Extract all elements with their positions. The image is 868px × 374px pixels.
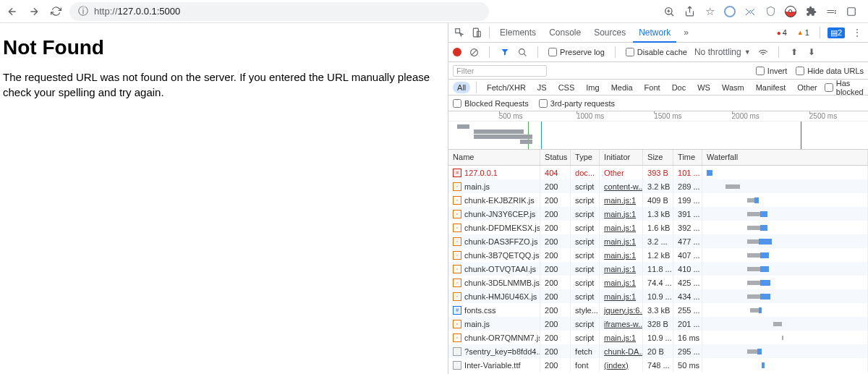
third-party-checkbox[interactable]: 3rd-party requests	[539, 99, 615, 108]
request-time: 255 ...	[673, 303, 702, 317]
reload-button[interactable]	[48, 4, 64, 20]
network-row[interactable]: ◦chunk-DAS3FFZO.js200scriptmain.js:13.2 …	[448, 234, 868, 248]
file-type-icon: ◦	[453, 196, 461, 205]
request-initiator[interactable]: content-w...	[604, 182, 643, 191]
export-har-icon[interactable]: ⬇	[807, 47, 817, 57]
network-row[interactable]: ◦chunk-OTVQTAAI.js200scriptmain.js:111.8…	[448, 262, 868, 276]
request-size: 1.2 kB	[643, 248, 673, 262]
request-initiator[interactable]: main.js:1	[604, 292, 636, 301]
request-initiator[interactable]: main.js:1	[604, 196, 636, 205]
share-icon[interactable]	[683, 5, 696, 18]
extension-4-icon[interactable]	[784, 5, 797, 18]
bookmark-icon[interactable]: ☆	[703, 5, 716, 18]
address-bar[interactable]: ⓘ http://127.0.0.1:5000	[69, 2, 489, 21]
type-filter-js[interactable]: JS	[533, 82, 551, 93]
timeline-overview[interactable]: 500 ms1000 ms1500 ms2000 ms2500 ms	[448, 111, 868, 150]
extensions-menu-icon[interactable]	[804, 5, 817, 18]
back-button[interactable]	[4, 4, 20, 20]
column-initiator[interactable]: Initiator	[600, 150, 643, 165]
network-conditions-icon[interactable]	[758, 47, 768, 57]
request-initiator[interactable]: main.js:1	[604, 210, 636, 218]
network-row[interactable]: ◦chunk-OR7QMNM7.js200scriptmain.js:110.9…	[448, 331, 868, 344]
record-button[interactable]	[453, 48, 461, 56]
devtools-settings-icon[interactable]: ⋮	[849, 25, 865, 41]
tab-elements[interactable]: Elements	[494, 23, 542, 42]
throttling-select[interactable]: No throttling ▼	[694, 47, 751, 57]
column-waterfall[interactable]: Waterfall	[702, 150, 868, 165]
column-type[interactable]: Type	[571, 150, 600, 165]
column-time[interactable]: Time	[673, 150, 702, 165]
network-row[interactable]: ◦chunk-3B7QETQQ.js200scriptmain.js:11.2 …	[448, 248, 868, 262]
forward-button[interactable]	[26, 4, 42, 20]
tab-console[interactable]: Console	[543, 23, 587, 42]
device-toggle-icon[interactable]	[469, 25, 485, 41]
search-icon[interactable]	[517, 48, 527, 57]
type-filter-fetchxhr[interactable]: Fetch/XHR	[482, 82, 530, 93]
type-filter-wasm[interactable]: Wasm	[718, 82, 749, 93]
network-row[interactable]: ◦main.js200scriptiframes-w...328 B201 ..…	[448, 317, 868, 331]
tab-network[interactable]: Network	[633, 23, 676, 43]
request-initiator[interactable]: main.js:1	[604, 237, 636, 246]
network-row[interactable]: ◦chunk-HMJ6U46X.js200scriptmain.js:110.9…	[448, 289, 868, 303]
request-initiator[interactable]: main.js:1	[604, 333, 636, 342]
request-initiator[interactable]: (index)	[604, 361, 629, 370]
type-filter-img[interactable]: Img	[582, 82, 603, 93]
filter-toggle-icon[interactable]	[500, 48, 510, 56]
request-waterfall	[702, 207, 868, 221]
extension-1-icon[interactable]	[723, 5, 736, 18]
tabs-overflow[interactable]: »	[678, 23, 694, 42]
type-filter-other[interactable]: Other	[793, 82, 822, 93]
type-filter-css[interactable]: CSS	[554, 82, 579, 93]
request-initiator[interactable]: iframes-w...	[604, 320, 643, 328]
network-row[interactable]: ◦chunk-EKJBZRIK.js200scriptmain.js:1409 …	[448, 193, 868, 207]
request-initiator[interactable]: main.js:1	[604, 279, 636, 287]
filter-input[interactable]: Filter	[453, 65, 547, 77]
type-filter-all[interactable]: All	[453, 82, 470, 93]
reading-list-icon[interactable]: ≕	[825, 5, 838, 18]
error-count-badge[interactable]: 4	[774, 27, 790, 38]
has-blocked-checkbox[interactable]: Has blocked	[825, 79, 864, 96]
message-count-badge[interactable]: ▤ 2	[827, 27, 845, 38]
network-row[interactable]: ≡127.0.0.1404doc...Other393 B101 ...	[448, 166, 868, 179]
request-initiator[interactable]: chunk-DA...	[604, 347, 643, 356]
extension-3-icon[interactable]	[764, 5, 777, 18]
request-initiator[interactable]: jquery.js:6...	[604, 306, 643, 315]
hide-data-urls-checkbox[interactable]: Hide data URLs	[796, 67, 864, 75]
devtools-panel: Elements Console Sources Network » 4 1 ▤…	[448, 23, 868, 374]
network-row[interactable]: Inter-Variable.ttf200font(index)748 ...5…	[448, 358, 868, 372]
warning-count-badge[interactable]: 1	[794, 27, 812, 38]
request-initiator[interactable]: main.js:1	[604, 224, 636, 232]
network-row[interactable]: ?sentry_key=b8fdd4..200fetchchunk-DA...2…	[448, 344, 868, 358]
inspect-icon[interactable]	[451, 25, 467, 41]
network-row[interactable]: ◦chunk-3D5LNMMB.js200scriptmain.js:174.4…	[448, 276, 868, 289]
disable-cache-checkbox[interactable]: Disable cache	[626, 48, 687, 56]
request-initiator[interactable]: main.js:1	[604, 251, 636, 260]
account-icon[interactable]	[845, 5, 858, 18]
network-row[interactable]: ◦main.js200scriptcontent-w...3.2 kB289 .…	[448, 179, 868, 193]
column-size[interactable]: Size	[643, 150, 673, 165]
site-info-icon[interactable]: ⓘ	[78, 5, 88, 18]
invert-checkbox[interactable]: Invert	[756, 67, 788, 75]
network-row[interactable]: #fonts.css200style...jquery.js:6...3.3 k…	[448, 303, 868, 317]
extension-2-icon[interactable]: ⩙	[744, 5, 757, 18]
zoom-icon[interactable]	[663, 5, 676, 18]
timeline-tick: 1500 ms	[654, 112, 681, 120]
import-har-icon[interactable]: ⬆	[789, 47, 799, 57]
request-status: 404	[540, 166, 571, 179]
type-filter-media[interactable]: Media	[607, 82, 637, 93]
clear-button[interactable]	[469, 48, 479, 57]
column-name[interactable]: Name	[448, 150, 540, 165]
request-initiator[interactable]: main.js:1	[604, 265, 636, 273]
network-row[interactable]: ◦chunk-DFDMEKSX.js200scriptmain.js:11.6 …	[448, 221, 868, 234]
network-row[interactable]: ◦chunk-JN3Y6CEP.js200scriptmain.js:11.3 …	[448, 207, 868, 221]
column-status[interactable]: Status	[540, 150, 571, 165]
request-waterfall	[702, 276, 868, 289]
request-waterfall	[702, 179, 868, 193]
preserve-log-checkbox[interactable]: Preserve log	[548, 48, 605, 56]
blocked-requests-checkbox[interactable]: Blocked Requests	[453, 99, 529, 108]
type-filter-manifest[interactable]: Manifest	[752, 82, 791, 93]
type-filter-font[interactable]: Font	[640, 82, 665, 93]
tab-sources[interactable]: Sources	[588, 23, 631, 42]
type-filter-ws[interactable]: WS	[693, 82, 715, 93]
type-filter-doc[interactable]: Doc	[668, 82, 691, 93]
